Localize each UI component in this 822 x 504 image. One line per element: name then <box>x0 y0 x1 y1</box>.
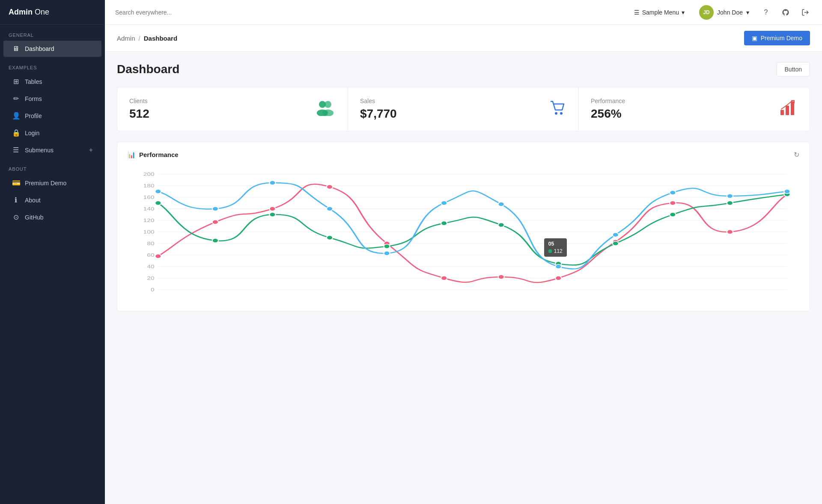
sidebar-item-tables[interactable]: ⊞ Tables <box>3 73 101 90</box>
svg-point-59 <box>384 251 390 255</box>
sidebar-section-general: GENERAL <box>0 25 105 40</box>
stat-label-clients: Clients <box>129 98 149 104</box>
chart-title-text: Performance <box>139 151 179 158</box>
sidebar-label-about: About <box>25 197 93 204</box>
breadcrumb-separator: / <box>139 35 140 42</box>
performance-chart: 200180160140120100806040200 <box>128 166 799 302</box>
stat-info-performance: Performance 256% <box>591 98 625 121</box>
svg-text:120: 120 <box>143 218 155 223</box>
svg-point-63 <box>613 233 619 237</box>
main-area: ☰ Sample Menu ▾ JD John Doe ▾ ? Admin / <box>105 0 822 504</box>
hamburger-icon: ☰ <box>634 9 640 16</box>
chart-refresh-button[interactable]: ↻ <box>794 151 799 159</box>
svg-point-46 <box>327 236 333 240</box>
stat-label-sales: Sales <box>360 98 397 104</box>
help-icon[interactable]: ? <box>759 6 772 19</box>
svg-point-33 <box>269 207 275 211</box>
sidebar-label-dashboard: Dashboard <box>25 45 93 52</box>
stat-info-clients: Clients 512 <box>129 98 149 121</box>
svg-rect-6 <box>780 110 784 115</box>
performance-icon <box>779 98 798 121</box>
sample-menu-label: Sample Menu <box>642 9 679 16</box>
content-area: Admin / Dashboard ▣ Premium Demo Dashboa… <box>105 25 822 504</box>
sidebar-label-login: Login <box>25 130 93 136</box>
page-button[interactable]: Button <box>777 62 810 77</box>
svg-point-32 <box>212 220 218 224</box>
login-icon: 🔒 <box>12 129 20 137</box>
svg-point-48 <box>441 221 447 225</box>
premium-demo-label: Premium Demo <box>761 35 802 42</box>
svg-point-56 <box>212 207 218 211</box>
breadcrumb-parent: Admin <box>117 35 135 42</box>
svg-text:100: 100 <box>143 229 155 234</box>
github-icon: ⊙ <box>12 213 20 221</box>
sidebar-section-about: ABOUT <box>0 159 105 174</box>
user-chevron-icon: ▾ <box>746 9 749 16</box>
sidebar-item-dashboard[interactable]: 🖥 Dashboard <box>3 41 101 57</box>
stat-label-performance: Performance <box>591 98 625 104</box>
page-content: Dashboard Button Clients 512 <box>105 52 822 322</box>
about-icon: ℹ <box>12 196 20 204</box>
sidebar-item-about[interactable]: ℹ About <box>3 192 101 208</box>
page-header: Dashboard Button <box>117 62 810 77</box>
profile-icon: 👤 <box>12 112 20 120</box>
svg-point-36 <box>441 276 447 280</box>
svg-point-65 <box>727 194 733 198</box>
svg-point-57 <box>269 181 275 185</box>
search-wrap <box>115 9 623 16</box>
breadcrumb-bar: Admin / Dashboard ▣ Premium Demo <box>105 25 822 52</box>
clients-icon <box>315 99 336 120</box>
chart-section: 📊 Performance ↻ 200180160140120100806040… <box>117 142 810 311</box>
submenus-icon: ☰ <box>12 146 20 154</box>
svg-point-1 <box>325 101 331 108</box>
github-icon[interactable] <box>779 6 792 19</box>
chart-title-icon: 📊 <box>128 151 136 159</box>
sidebar-label-tables: Tables <box>25 78 93 85</box>
svg-point-66 <box>784 190 790 194</box>
svg-text:200: 200 <box>143 172 155 177</box>
stat-card-performance: Performance 256% <box>579 87 810 131</box>
stat-value-clients: 512 <box>129 107 149 121</box>
sidebar-item-login[interactable]: 🔒 Login <box>3 125 101 141</box>
breadcrumb: Admin / Dashboard <box>117 35 177 42</box>
forms-icon: ✏ <box>12 95 20 103</box>
sidebar-section-examples: EXAMPLES <box>0 57 105 73</box>
credit-card-icon: ▣ <box>752 35 757 42</box>
sidebar-label-profile: Profile <box>25 113 93 119</box>
svg-point-51 <box>613 241 619 246</box>
svg-text:40: 40 <box>147 264 154 269</box>
tables-icon: ⊞ <box>12 77 20 86</box>
svg-text:20: 20 <box>147 276 154 281</box>
sidebar-item-profile[interactable]: 👤 Profile <box>3 107 101 124</box>
svg-text:140: 140 <box>143 206 155 211</box>
page-title: Dashboard <box>117 62 179 76</box>
search-input[interactable] <box>115 9 261 16</box>
svg-point-43 <box>155 201 161 205</box>
svg-text:160: 160 <box>143 195 155 200</box>
stat-card-sales: Sales $7,770 <box>348 87 579 131</box>
topbar: ☰ Sample Menu ▾ JD John Doe ▾ ? <box>105 0 822 25</box>
sidebar-item-github[interactable]: ⊙ GitHub <box>3 209 101 225</box>
plus-icon[interactable]: + <box>89 146 93 154</box>
svg-point-31 <box>155 254 161 258</box>
sidebar-item-premium[interactable]: 💳 Premium Demo <box>3 175 101 191</box>
svg-point-60 <box>441 201 447 205</box>
svg-point-62 <box>555 264 561 269</box>
svg-text:180: 180 <box>143 183 155 188</box>
logo-text-bold: Admin <box>9 8 33 16</box>
stat-value-sales: $7,770 <box>360 107 397 121</box>
sample-menu-button[interactable]: ☰ Sample Menu ▾ <box>630 6 689 18</box>
sidebar-item-submenus[interactable]: ☰ Submenus + <box>3 142 101 158</box>
user-button[interactable]: JD John Doe ▾ <box>696 3 753 21</box>
stat-info-sales: Sales $7,770 <box>360 98 397 121</box>
logout-icon[interactable] <box>799 6 812 19</box>
sidebar-item-forms[interactable]: ✏ Forms <box>3 90 101 107</box>
svg-point-61 <box>498 202 504 206</box>
dashboard-icon: 🖥 <box>12 45 20 53</box>
sidebar: Admin One GENERAL🖥 Dashboard EXAMPLES⊞ T… <box>0 0 105 504</box>
svg-point-47 <box>384 244 390 249</box>
svg-point-34 <box>327 185 333 189</box>
logo-text-normal: One <box>33 8 49 16</box>
premium-demo-button[interactable]: ▣ Premium Demo <box>744 31 810 45</box>
svg-rect-7 <box>786 106 789 115</box>
